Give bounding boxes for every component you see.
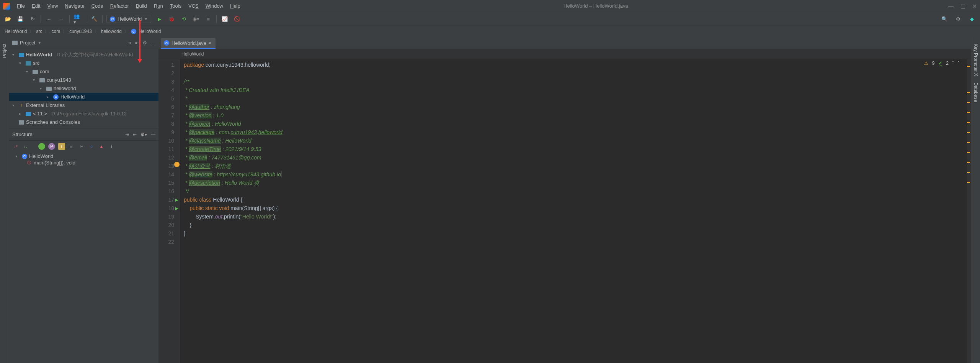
- filter-x-icon[interactable]: ✂: [78, 143, 85, 150]
- run-gutter-icon[interactable]: ▶: [175, 204, 178, 213]
- close-button[interactable]: ✕: [972, 3, 977, 9]
- build-icon[interactable]: 🔨: [90, 15, 98, 23]
- bc-3[interactable]: cunyu1943: [69, 29, 92, 34]
- run-button[interactable]: ▶: [155, 15, 163, 23]
- window-controls: — ▢ ✕: [948, 3, 977, 9]
- menu-run[interactable]: Run: [151, 2, 166, 10]
- bc-5[interactable]: HelloWorld: [139, 29, 161, 34]
- sort2-icon[interactable]: ↓ᵥ: [22, 143, 29, 150]
- debug-button[interactable]: 🐞: [167, 15, 176, 23]
- filter-o-icon[interactable]: ○: [88, 143, 95, 150]
- tree-jdk[interactable]: ▸< 11 > D:\Program Files\Java\jdk-11.0.1…: [9, 110, 158, 118]
- struct-class[interactable]: ▾CHelloWorld: [12, 153, 155, 159]
- bc-0[interactable]: HelloWorld: [5, 29, 27, 34]
- prev-icon[interactable]: ˆ: [952, 61, 954, 66]
- run-config-label: HelloWorld: [118, 16, 142, 22]
- project-panel-title: Project: [20, 40, 35, 46]
- structure-panel: Structure ⇥ ⇤ ⚙▾ — ↓ᶻ ↓ᵥ P f m ✂ ○ ▲ ℹ: [9, 128, 158, 363]
- tree-scratches[interactable]: Scratches and Consoles: [9, 118, 158, 126]
- select-icon[interactable]: ⇤: [133, 132, 137, 137]
- filter-c-icon[interactable]: [38, 143, 45, 150]
- filter-f-icon[interactable]: f: [58, 143, 65, 150]
- run-gutter-icon[interactable]: ▶: [175, 196, 178, 204]
- window-title: HelloWorld – HelloWorld.java: [243, 3, 948, 9]
- bc-1[interactable]: src: [36, 29, 42, 34]
- select-icon[interactable]: ⇤: [135, 40, 139, 46]
- collapse-icon[interactable]: ⇥: [127, 40, 131, 46]
- filter-m-icon[interactable]: m: [68, 143, 75, 150]
- class-icon: C: [164, 40, 169, 46]
- hide-icon[interactable]: —: [151, 132, 155, 137]
- tab-bar: C HelloWorld.java ×: [158, 37, 971, 49]
- save-icon[interactable]: 💾: [16, 15, 24, 23]
- profile-button[interactable]: ◉▾: [192, 15, 200, 23]
- tab-label: HelloWorld.java: [172, 40, 206, 46]
- folder-icon: [12, 41, 18, 45]
- stop-button[interactable]: ■: [204, 15, 212, 23]
- open-icon[interactable]: 📂: [4, 15, 12, 23]
- menu-vcs[interactable]: VCS: [185, 2, 202, 10]
- sync-icon[interactable]: ↻: [28, 15, 37, 23]
- struct-method[interactable]: ⓜmain(String[]): void: [12, 159, 155, 166]
- menu-window[interactable]: Window: [203, 2, 226, 10]
- tree-hello[interactable]: ▾helloworld: [9, 84, 158, 93]
- marker-bar[interactable]: [966, 59, 971, 363]
- hide-icon[interactable]: —: [151, 40, 155, 46]
- filter-a-icon[interactable]: ▲: [98, 143, 105, 150]
- gear-icon[interactable]: ⚙: [143, 40, 147, 46]
- forward-icon[interactable]: →: [57, 15, 65, 23]
- activity-icon[interactable]: 📈: [220, 15, 229, 23]
- menu-build[interactable]: Build: [133, 2, 150, 10]
- key-promoter-tab[interactable]: Key Promoter X: [972, 41, 979, 79]
- code-content[interactable]: package com.cunyu1943.helloworld; /** * …: [181, 59, 966, 363]
- next-icon[interactable]: ˇ: [958, 61, 959, 66]
- tree-root[interactable]: ▾HelloWorld D:\个人文件\代码\IDEA\HelloWorld: [9, 51, 158, 59]
- project-tool-tab[interactable]: Project: [1, 41, 8, 61]
- sort-icon[interactable]: ↓ᶻ: [12, 143, 19, 150]
- settings-icon[interactable]: ⚙: [954, 15, 962, 23]
- right-tool-rail: Key Promoter X Database: [971, 37, 980, 363]
- run-config-selector[interactable]: C HelloWorld ▼: [106, 15, 151, 23]
- no-icon[interactable]: 🚫: [233, 15, 241, 23]
- coverage-button[interactable]: ⟲: [180, 15, 188, 23]
- class-icon: C: [110, 16, 115, 22]
- minimize-button[interactable]: —: [948, 3, 954, 9]
- editor-tab[interactable]: C HelloWorld.java ×: [161, 38, 216, 49]
- gear-icon[interactable]: ⚙▾: [140, 132, 147, 137]
- menu-edit[interactable]: Edit: [29, 2, 43, 10]
- menu-navigate[interactable]: Navigate: [62, 2, 87, 10]
- warning-icon: ⚠: [924, 61, 928, 66]
- tree-src[interactable]: ▾src: [9, 59, 158, 67]
- ide-icon[interactable]: ◆: [968, 15, 976, 23]
- typo-icon: ✔̲: [938, 61, 942, 66]
- filter-p-icon[interactable]: P: [48, 143, 55, 150]
- database-tab[interactable]: Database: [972, 79, 979, 105]
- filter-i-icon[interactable]: ℹ: [108, 143, 115, 150]
- intention-bulb-icon[interactable]: [174, 162, 180, 167]
- maximize-button[interactable]: ▢: [960, 3, 965, 9]
- code-editor[interactable]: 12345678910111213141516171819202122 ▶ ▶ …: [158, 59, 971, 363]
- users-icon[interactable]: 👥▾: [74, 15, 82, 23]
- menu-code[interactable]: Code: [88, 2, 106, 10]
- menu-tools[interactable]: Tools: [167, 2, 185, 10]
- tree-cunyu[interactable]: ▾cunyu1943: [9, 76, 158, 84]
- menu-help[interactable]: Help: [227, 2, 243, 10]
- tree-com[interactable]: ▾com: [9, 67, 158, 76]
- menu-view[interactable]: View: [44, 2, 61, 10]
- inspection-widget[interactable]: ⚠9 ✔̲2 ˆ ˇ: [924, 61, 959, 66]
- editor-area: C HelloWorld.java × HelloWorld 123456789…: [158, 37, 971, 363]
- tree-ext-lib[interactable]: ▾⫴External Libraries: [9, 101, 158, 110]
- collapse-icon[interactable]: ⇥: [125, 132, 129, 137]
- menu-file[interactable]: File: [14, 2, 28, 10]
- bc-2[interactable]: com: [51, 29, 60, 34]
- tree-class[interactable]: ▸CHelloWorld: [9, 93, 158, 101]
- breadcrumb: HelloWorld〉 src〉 com〉 cunyu1943〉 hellowo…: [0, 26, 980, 37]
- bc-4[interactable]: helloworld: [101, 29, 122, 34]
- menu-refactor[interactable]: Refactor: [107, 2, 132, 10]
- close-tab-icon[interactable]: ×: [209, 40, 212, 46]
- search-icon[interactable]: 🔍: [940, 15, 949, 23]
- gutter: 12345678910111213141516171819202122 ▶ ▶: [158, 59, 181, 363]
- left-tool-rail: Project: [0, 37, 9, 363]
- class-icon: C: [131, 29, 136, 34]
- back-icon[interactable]: ←: [45, 15, 53, 23]
